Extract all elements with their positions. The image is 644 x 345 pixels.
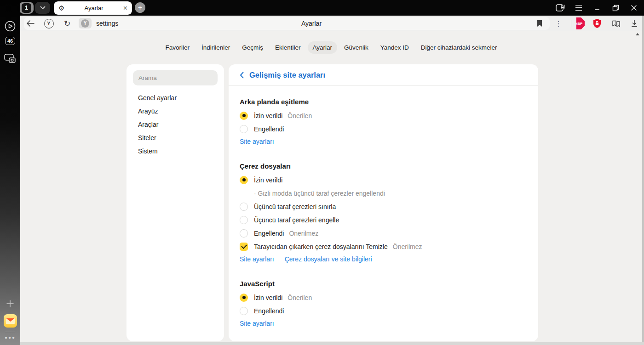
- option-label: Engellendi: [254, 230, 284, 237]
- settings-link[interactable]: Site ayarları: [240, 320, 274, 327]
- option-label: Üçüncü taraf çerezleri sınırla: [254, 203, 336, 210]
- bookmark-icon[interactable]: [535, 16, 544, 31]
- yandex-logo-icon: Y: [44, 19, 54, 28]
- window-frame-right: [642, 16, 644, 345]
- settings-link[interactable]: Site ayarları: [240, 255, 274, 263]
- tabs-count-badge[interactable]: 46: [0, 37, 20, 45]
- radio-option[interactable]: Engellendi: [240, 304, 527, 317]
- section-title: Arka planda eşitleme: [240, 98, 527, 106]
- nav-tab[interactable]: Favoriler: [160, 41, 195, 54]
- section-title: Çerez dosyaları: [240, 162, 527, 170]
- section-links: Site ayarlarıÇerez dosyaları ve site bil…: [240, 255, 527, 263]
- sidebar-item[interactable]: Sistem: [126, 144, 224, 158]
- option-helper-text: · Gizli modda üçüncü taraf çerezler enge…: [240, 187, 527, 200]
- screenshot-icon[interactable]: [0, 53, 20, 63]
- content-header: Gelişmiş site ayarları: [229, 64, 538, 86]
- yandex-mail-icon[interactable]: [0, 314, 20, 328]
- settings-page: FavorilerİndirilenlerGeçmişEklentilerAya…: [20, 31, 642, 342]
- settings-section: JavaScriptİzin verildiÖnerilenEngellendi…: [240, 280, 527, 327]
- radio-icon[interactable]: [240, 307, 248, 315]
- option-note: Önerilmez: [393, 243, 422, 250]
- nav-tab[interactable]: Ayarlar: [308, 41, 338, 54]
- tab-counter-button[interactable]: 1: [19, 2, 34, 14]
- option-note: Önerilen: [288, 294, 312, 301]
- protect-shield-icon[interactable]: [592, 16, 602, 31]
- nav-tab[interactable]: Yandex ID: [375, 41, 414, 54]
- radio-option[interactable]: Üçüncü taraf çerezleri engelle: [240, 213, 527, 226]
- option-label: İzin verildi: [254, 176, 282, 184]
- kebab-menu-icon[interactable]: ⋮: [555, 16, 562, 31]
- radio-icon[interactable]: [240, 176, 248, 184]
- abp-label: ABP: [575, 22, 583, 26]
- window-frame-bottom: [20, 342, 644, 345]
- video-play-icon[interactable]: [0, 20, 20, 32]
- radio-option[interactable]: İzin verildiÖnerilen: [240, 291, 527, 304]
- sidebar-item[interactable]: Arayüz: [126, 104, 224, 118]
- nav-tab[interactable]: Eklentiler: [270, 41, 306, 54]
- radio-icon[interactable]: [240, 229, 248, 238]
- chevron-down-icon: [40, 6, 46, 10]
- new-tab-button[interactable]: +: [135, 2, 145, 13]
- settings-sections: Arka planda eşitlemeİzin verildiÖnerilen…: [229, 86, 538, 327]
- sidebar-item[interactable]: Araçlar: [126, 118, 224, 131]
- radio-option[interactable]: EngellendiÖnerilmez: [240, 226, 527, 240]
- yandex-button[interactable]: Y: [44, 16, 54, 31]
- nav-tab[interactable]: İndirilenler: [196, 41, 235, 54]
- search-input[interactable]: [133, 70, 218, 85]
- option-note: Önerilen: [288, 112, 312, 119]
- nav-tab[interactable]: Diğer cihazlardaki sekmeler: [416, 41, 502, 54]
- settings-section: Arka planda eşitlemeİzin verildiÖnerilen…: [240, 98, 527, 145]
- radio-icon[interactable]: [240, 203, 248, 211]
- scroll-up-arrow[interactable]: [636, 33, 639, 35]
- radio-option[interactable]: Engellendi: [240, 122, 527, 136]
- more-panels-icon[interactable]: ●●●: [0, 335, 20, 340]
- adblock-plus-icon[interactable]: ABP: [573, 17, 585, 29]
- section-title: JavaScript: [240, 280, 527, 288]
- settings-link[interactable]: Çerez dosyaları ve site bilgileri: [285, 255, 372, 263]
- url-text[interactable]: settings: [96, 16, 118, 31]
- settings-menu: Genel ayarlarArayüzAraçlarSitelerSistem: [126, 91, 224, 158]
- refresh-button[interactable]: ↻: [62, 16, 72, 31]
- restore-button[interactable]: [610, 0, 621, 16]
- tab-close-icon[interactable]: ×: [123, 5, 127, 12]
- radio-option[interactable]: Üçüncü taraf çerezleri sınırla: [240, 200, 527, 213]
- minimize-button[interactable]: [592, 0, 603, 16]
- option-note: Önerilmez: [289, 230, 318, 237]
- sidebar-item[interactable]: Genel ayarlar: [126, 91, 224, 104]
- add-panel-icon[interactable]: [0, 299, 20, 308]
- radio-icon[interactable]: [240, 294, 248, 302]
- favicon-y-icon: Y: [81, 19, 89, 28]
- tab-title: Ayarlar: [64, 5, 123, 11]
- radio-option[interactable]: İzin verildiÖnerilen: [240, 109, 527, 122]
- sidebar-item[interactable]: Siteler: [126, 131, 224, 144]
- tab-bar: 1 ⚙ Ayarlar × +: [0, 0, 644, 16]
- back-chevron-icon[interactable]: [240, 72, 244, 79]
- option-label: Tarayıcıdan çıkarken çerez dosyalarını T…: [254, 243, 388, 250]
- option-label: Engellendi: [254, 307, 284, 315]
- settings-content: Gelişmiş site ayarları Arka planda eşitl…: [229, 64, 538, 341]
- side-rail: 46 ●●●: [0, 0, 20, 345]
- radio-icon[interactable]: [240, 112, 248, 120]
- radio-icon[interactable]: [240, 125, 248, 133]
- nav-tab[interactable]: Geçmiş: [237, 41, 268, 54]
- radio-icon[interactable]: [240, 216, 248, 224]
- checkbox-option[interactable]: Tarayıcıdan çıkarken çerez dosyalarını T…: [240, 240, 527, 253]
- content-title[interactable]: Gelişmiş site ayarları: [249, 71, 325, 79]
- nav-tab[interactable]: Güvenlik: [339, 41, 374, 54]
- section-links: Site ayarları: [240, 138, 527, 145]
- page-title: Ayarlar: [301, 16, 322, 31]
- close-window-button[interactable]: [628, 0, 639, 16]
- side-panel-icon[interactable]: [555, 0, 566, 16]
- menu-icon[interactable]: [573, 0, 584, 16]
- browser-tab-ayarlar[interactable]: ⚙ Ayarlar ×: [54, 1, 132, 15]
- option-label: Üçüncü taraf çerezleri engelle: [254, 216, 339, 224]
- settings-section: Çerez dosyalarıİzin verildi· Gizli modda…: [240, 162, 527, 263]
- checkbox-icon[interactable]: [240, 243, 248, 251]
- collections-icon[interactable]: [611, 16, 621, 31]
- tabs-dropdown-button[interactable]: [35, 2, 50, 14]
- tab-count: 1: [22, 3, 31, 13]
- downloads-icon[interactable]: [630, 16, 638, 31]
- back-button[interactable]: [25, 16, 36, 31]
- radio-option[interactable]: İzin verildi: [240, 173, 527, 187]
- settings-link[interactable]: Site ayarları: [240, 138, 274, 145]
